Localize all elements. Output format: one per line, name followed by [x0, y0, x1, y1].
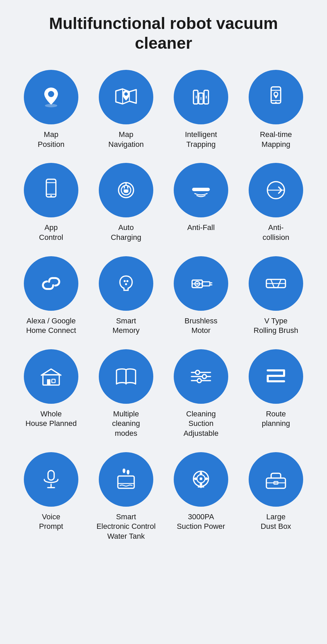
route-planning-icon-circle [249, 349, 303, 404]
feature-whole-house: WholeHouse Planned [17, 349, 85, 439]
v-type-brush-icon [262, 270, 290, 297]
feature-brushless-motor: BrushlessMotor [167, 256, 235, 336]
v-type-brush-label: V TypeRolling Brush [254, 316, 298, 336]
feature-voice-prompt: VoicePrompt [17, 452, 85, 541]
anti-collision-icon [262, 177, 290, 204]
svg-rect-42 [47, 379, 50, 385]
feature-cleaning-suction: CleaningSuctionAdjustable [167, 349, 235, 439]
svg-point-12 [275, 93, 277, 95]
feature-dust-box: LargeDust Box [242, 452, 310, 541]
app-control-icon [37, 177, 65, 204]
route-planning-label: Routeplanning [262, 409, 290, 429]
svg-point-28 [125, 283, 127, 285]
cleaning-suction-icon-circle [174, 349, 228, 404]
feature-multiple-cleaning: Multiplecleaningmodes [92, 349, 160, 439]
feature-anti-collision: Anti-collision [242, 163, 310, 242]
map-navigation-label: MapNavigation [108, 130, 144, 149]
map-position-icon [37, 83, 65, 111]
map-navigation-icon-circle [99, 70, 153, 124]
water-tank-icon-circle [99, 452, 153, 507]
svg-point-48 [196, 370, 200, 374]
svg-point-50 [197, 379, 201, 383]
voice-prompt-icon-circle [24, 452, 78, 507]
feature-smart-memory: SmartMemory [92, 256, 160, 336]
svg-rect-23 [192, 188, 210, 191]
features-grid: MapPosition MapNavigation [17, 70, 310, 541]
real-time-mapping-icon [262, 83, 290, 111]
svg-rect-3 [193, 90, 198, 104]
anti-collision-label: Anti-collision [263, 223, 289, 242]
svg-point-33 [197, 283, 198, 285]
feature-v-type-brush: V TypeRolling Brush [242, 256, 310, 336]
suction-power-label: 3000PASuction Power [177, 512, 225, 532]
suction-power-icon [187, 466, 215, 493]
feature-anti-fall: Anti-Fall [167, 163, 235, 242]
voice-prompt-label: VoicePrompt [39, 512, 63, 532]
whole-house-icon-circle [24, 349, 78, 404]
suction-power-icon-circle [174, 452, 228, 507]
map-navigation-icon [112, 83, 140, 111]
multiple-cleaning-icon-circle [99, 349, 153, 404]
svg-rect-41 [43, 375, 59, 385]
water-tank-label: SmartElectronic ControlWater Tank [96, 512, 156, 541]
svg-point-58 [200, 477, 202, 480]
dust-box-label: LargeDust Box [261, 512, 291, 532]
feature-alexa-google: Alexa / GoogleHome Connect [17, 256, 85, 336]
multiple-cleaning-icon [112, 363, 140, 390]
app-control-icon-circle [24, 163, 78, 217]
dust-box-icon-circle [249, 452, 303, 507]
svg-point-17 [50, 195, 52, 197]
whole-house-icon [37, 363, 65, 390]
map-position-label: MapPosition [38, 130, 64, 149]
anti-fall-icon [187, 177, 215, 204]
feature-real-time-mapping: Real-timeMapping [242, 70, 310, 149]
feature-auto-charging: AutoCharging [92, 163, 160, 242]
svg-rect-51 [48, 471, 54, 480]
real-time-mapping-label: Real-timeMapping [260, 130, 292, 149]
svg-rect-30 [202, 282, 210, 286]
feature-intelligent-trapping: IntelligentTrapping [167, 70, 235, 149]
v-type-brush-icon-circle [249, 256, 303, 311]
real-time-mapping-icon-circle [249, 70, 303, 124]
cleaning-suction-label: CleaningSuctionAdjustable [184, 409, 219, 439]
multiple-cleaning-label: Multiplecleaningmodes [112, 409, 140, 439]
route-planning-icon [262, 363, 290, 390]
svg-point-27 [126, 280, 128, 282]
brushless-motor-icon [187, 270, 215, 297]
voice-prompt-icon [37, 466, 65, 493]
svg-point-13 [275, 102, 277, 104]
alexa-google-icon-circle [24, 256, 78, 311]
anti-collision-icon-circle [249, 163, 303, 217]
svg-point-49 [202, 374, 206, 379]
anti-fall-icon-circle [174, 163, 228, 217]
cleaning-suction-icon [187, 363, 215, 390]
smart-memory-label: SmartMemory [112, 316, 139, 336]
whole-house-label: WholeHouse Planned [26, 409, 77, 429]
brushless-motor-icon-circle [174, 256, 228, 311]
feature-app-control: AppControl [17, 163, 85, 242]
map-position-icon-circle [24, 70, 78, 124]
feature-suction-power: 3000PASuction Power [167, 452, 235, 541]
auto-charging-icon [112, 177, 140, 204]
page-title: Multifunctional robot vacuum cleaner [44, 14, 283, 53]
dust-box-icon [262, 466, 290, 493]
feature-route-planning: Routeplanning [242, 349, 310, 439]
intelligent-trapping-icon-circle [174, 70, 228, 124]
intelligent-trapping-icon [187, 83, 215, 111]
app-control-label: AppControl [39, 223, 63, 242]
alexa-google-label: Alexa / GoogleHome Connect [26, 316, 76, 336]
alexa-google-icon [37, 270, 65, 297]
smart-memory-icon-circle [99, 256, 153, 311]
brushless-motor-label: BrushlessMotor [185, 316, 218, 336]
feature-water-tank: SmartElectronic ControlWater Tank [92, 452, 160, 541]
intelligent-trapping-label: IntelligentTrapping [185, 130, 217, 149]
svg-point-2 [124, 92, 128, 96]
svg-rect-43 [52, 379, 55, 383]
feature-map-navigation: MapNavigation [92, 70, 160, 149]
water-tank-icon [112, 466, 140, 493]
auto-charging-icon-circle [99, 163, 153, 217]
svg-point-26 [124, 280, 126, 282]
svg-point-1 [48, 91, 54, 97]
auto-charging-label: AutoCharging [111, 223, 141, 242]
feature-map-position: MapPosition [17, 70, 85, 149]
